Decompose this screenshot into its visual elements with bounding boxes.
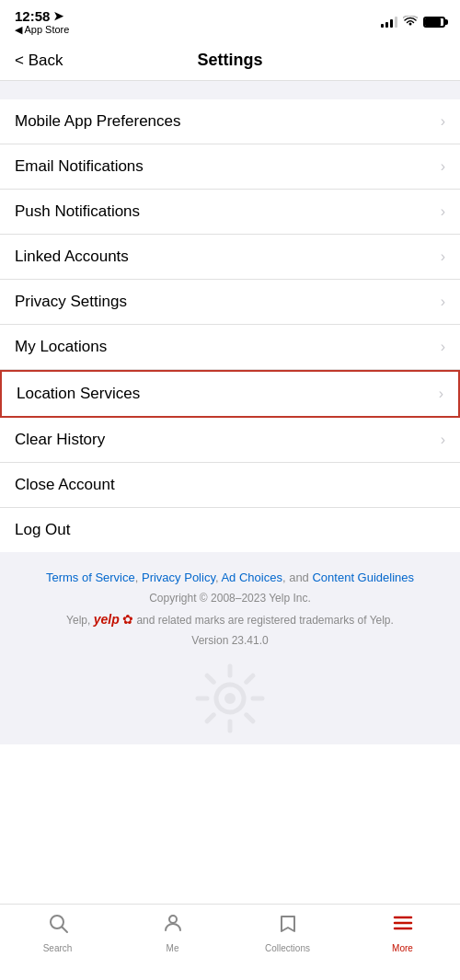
tab-more[interactable]: More — [345, 912, 460, 953]
svg-point-0 — [224, 693, 236, 704]
privacy-link[interactable]: Privacy Policy — [142, 571, 215, 584]
wifi-icon — [403, 16, 418, 29]
status-left: 12:58 ➤ ◀ App Store — [15, 8, 69, 36]
collections-icon — [277, 912, 299, 940]
chevron-icon: › — [441, 203, 445, 220]
chevron-icon: › — [441, 432, 445, 448]
footer-section: Terms of Service, Privacy Policy, Ad Cho… — [0, 552, 460, 744]
yelp-logo: yelp — [94, 612, 120, 627]
settings-item-privacy[interactable]: Privacy Settings › — [0, 280, 460, 325]
chevron-icon: › — [439, 386, 443, 402]
location-arrow-icon: ➤ — [53, 9, 63, 23]
settings-item-linked[interactable]: Linked Accounts › — [0, 235, 460, 280]
ad-choices-link[interactable]: Ad Choices — [221, 571, 282, 584]
status-right — [381, 16, 445, 29]
gear-watermark — [15, 662, 445, 735]
settings-item-mobile-app[interactable]: Mobile App Preferences › — [0, 99, 460, 144]
page-title: Settings — [197, 51, 262, 70]
chevron-icon: › — [441, 294, 445, 310]
chevron-icon: › — [441, 158, 445, 175]
settings-list: Mobile App Preferences › Email Notificat… — [0, 99, 460, 552]
status-bar: 12:58 ➤ ◀ App Store — [0, 0, 460, 40]
version-text: Version 23.41.0 — [15, 634, 445, 647]
battery-icon — [423, 17, 445, 28]
section-gap-top — [0, 81, 460, 99]
signal-icon — [381, 17, 397, 28]
settings-item-my-locations[interactable]: My Locations › — [0, 325, 460, 370]
chevron-icon: › — [441, 113, 445, 130]
app-store-label: ◀ App Store — [15, 24, 69, 36]
svg-line-2 — [62, 928, 67, 933]
settings-item-clear-history[interactable]: Clear History › — [0, 418, 460, 463]
settings-item-logout[interactable]: Log Out — [0, 508, 460, 552]
more-icon — [392, 912, 414, 940]
copyright-text: Copyright © 2008–2023 Yelp Inc. — [15, 592, 445, 605]
content-guidelines-link[interactable]: Content Guidelines — [312, 571, 414, 584]
footer-links: Terms of Service, Privacy Policy, Ad Cho… — [15, 571, 445, 584]
settings-item-email[interactable]: Email Notifications › — [0, 144, 460, 190]
nav-bar: < Back Settings — [0, 40, 460, 81]
settings-item-location-services[interactable]: Location Services › — [0, 370, 460, 418]
settings-item-close-account[interactable]: Close Account — [0, 463, 460, 508]
terms-link[interactable]: Terms of Service — [46, 571, 135, 584]
tab-me[interactable]: Me — [115, 912, 230, 953]
me-icon — [162, 912, 184, 940]
settings-item-push[interactable]: Push Notifications › — [0, 190, 460, 235]
tab-collections[interactable]: Collections — [230, 912, 345, 953]
chevron-icon: › — [441, 248, 445, 265]
chevron-icon: › — [441, 339, 445, 355]
trademark-text: Yelp, yelp ✿ and related marks are regis… — [15, 612, 445, 627]
back-button[interactable]: < Back — [15, 52, 63, 70]
tab-bar: Search Me Collections More — [0, 904, 460, 980]
status-time: 12:58 ➤ — [15, 8, 69, 24]
svg-point-3 — [169, 916, 177, 923]
tab-search[interactable]: Search — [0, 912, 115, 953]
search-icon — [47, 912, 69, 940]
main-content: Mobile App Preferences › Email Notificat… — [0, 81, 460, 904]
